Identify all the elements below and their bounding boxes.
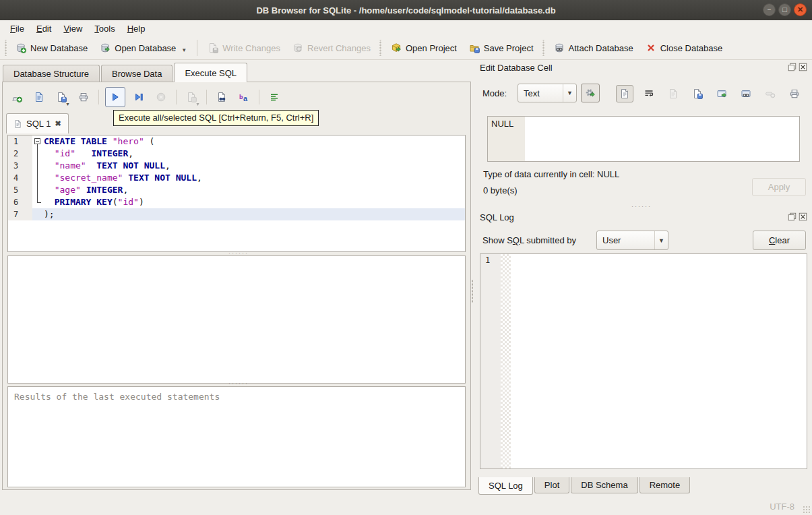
mode-label: Mode: (482, 88, 507, 98)
maximize-button[interactable]: □ (778, 3, 791, 16)
attach-database-button[interactable]: Attach Database (548, 39, 639, 57)
open-database-button[interactable]: Open Database▼ (94, 39, 193, 57)
right-dock: Edit Database Cell Mode: Text ▼ NULL Typ… (473, 60, 812, 497)
editor-line[interactable]: 5 "age" INTEGER, (8, 184, 465, 196)
sql-code-editor[interactable]: 1CREATE TABLE "hero" (2 "id" INTEGER,3 "… (7, 135, 466, 252)
toolbar-handle[interactable] (3, 40, 7, 56)
editor-line[interactable]: 6 PRIMARY KEY("id") (8, 196, 465, 208)
open-database-icon (100, 42, 111, 53)
main-tab-widget: Database StructureBrowse DataExecute SQL… (0, 60, 473, 497)
close-button[interactable]: ✕ (794, 3, 807, 16)
bottom-tab-db-schema[interactable]: DB Schema (571, 477, 637, 493)
code-text: PRIMARY KEY("id") (42, 196, 465, 208)
execute-all-sql-button[interactable] (105, 87, 125, 107)
toolbar-handle[interactable] (542, 40, 546, 56)
fold-line (37, 160, 38, 172)
open-sql-file-button[interactable] (30, 88, 48, 106)
new-sql-tab-icon (11, 92, 22, 102)
fold-margin[interactable] (32, 160, 42, 172)
close-database-button[interactable]: Close Database (639, 39, 729, 57)
float-dock-icon[interactable] (788, 212, 797, 221)
apply-button[interactable]: Apply (752, 178, 806, 196)
fold-margin[interactable] (32, 172, 42, 184)
bottom-tab-sql-log[interactable]: SQL Log (478, 477, 533, 495)
close-sql-tab-icon[interactable]: ✖ (55, 119, 61, 128)
auto-format-sql-button[interactable]: ba (235, 88, 253, 106)
execute-current-line-button[interactable] (130, 88, 148, 106)
editor-line[interactable]: 3 "name" TEXT NOT NULL, (8, 160, 465, 172)
word-wrap-cell-button[interactable] (640, 85, 658, 102)
menu-help[interactable]: Help (121, 22, 152, 36)
tab-browse-data[interactable]: Browse Data (101, 65, 173, 82)
chevron-down-icon[interactable]: ▼ (195, 102, 200, 107)
sql-log-filter-select[interactable]: User ▼ (596, 231, 668, 250)
fold-margin[interactable] (32, 196, 42, 208)
save-sql-file-button[interactable]: ▼ (53, 88, 70, 106)
new-sql-tab-button[interactable] (8, 88, 26, 106)
chevron-down-icon[interactable]: ▼ (65, 102, 70, 107)
new-database-button[interactable]: New Database (9, 39, 94, 57)
window-title: DB Browser for SQLite - /home/user/code/… (256, 5, 555, 16)
bottom-tab-remote[interactable]: Remote (639, 477, 691, 493)
float-dock-icon[interactable] (788, 63, 797, 71)
splitter-dock-sections[interactable]: ······ (628, 206, 655, 208)
sql-log-view[interactable]: 1 (480, 253, 807, 469)
open-project-button[interactable]: Open Project (385, 39, 463, 57)
menu-tools[interactable]: Tools (88, 22, 121, 36)
bottom-tab-plot[interactable]: Plot (534, 477, 569, 493)
revert-changes-icon (292, 42, 303, 53)
resize-grip[interactable] (803, 506, 810, 513)
toolbar-separator (176, 90, 177, 104)
results-message-panel[interactable]: Results of the last executed statements (7, 386, 466, 487)
splitter-editor-results[interactable]: ······ (225, 252, 252, 255)
print-sql-button[interactable] (75, 88, 92, 106)
fold-marker-icon[interactable] (34, 138, 40, 144)
save-project-button[interactable]: Save Project (463, 39, 540, 57)
fold-margin[interactable] (32, 208, 42, 220)
tab-execute-sql[interactable]: Execute SQL (174, 63, 247, 82)
copy-cell-link-button[interactable] (737, 85, 755, 102)
find-in-sql-button[interactable] (213, 88, 230, 106)
toolbar-handle[interactable] (379, 40, 383, 56)
toggle-word-wrap-button[interactable] (266, 88, 283, 106)
clear-log-button[interactable]: Clear (753, 231, 806, 250)
fold-margin[interactable] (32, 184, 42, 196)
set-cell-null-button[interactable] (761, 85, 779, 102)
menu-edit[interactable]: Edit (30, 22, 57, 36)
close-dock-icon[interactable] (799, 212, 807, 221)
stop-execution-button[interactable] (152, 88, 170, 106)
chevron-down-icon[interactable]: ▼ (181, 47, 187, 53)
close-database-label: Close Database (660, 43, 723, 53)
dock-splitter-handle[interactable] (471, 280, 474, 303)
save-results-view-button[interactable]: ▼ (183, 88, 200, 106)
menu-view[interactable]: View (57, 22, 88, 36)
fold-line (37, 172, 38, 184)
print-cell-button[interactable] (786, 85, 803, 102)
editor-line[interactable]: 2 "id" INTEGER, (8, 148, 465, 160)
menu-bar: FileEditViewToolsHelp (0, 20, 812, 36)
write-changes-button[interactable]: Write Changes (201, 39, 286, 57)
export-cell-data-button[interactable] (689, 85, 706, 102)
mode-select[interactable]: Text ▼ (518, 84, 577, 102)
auto-switch-mode-button[interactable] (581, 84, 600, 102)
editor-line[interactable]: 7); (8, 208, 465, 220)
editor-line[interactable]: 4 "secret_name" TEXT NOT NULL, (8, 172, 465, 184)
log-text-area[interactable] (511, 254, 807, 468)
close-dock-icon[interactable] (799, 63, 807, 71)
splitter-results-message[interactable]: ······ (225, 383, 252, 386)
menu-file[interactable]: File (4, 22, 30, 36)
fold-margin[interactable] (32, 135, 42, 148)
open-in-external-app-button[interactable] (713, 85, 730, 102)
cell-editor-area[interactable] (525, 117, 799, 161)
editor-line[interactable]: 1CREATE TABLE "hero" ( (8, 135, 465, 148)
tab-database-structure[interactable]: Database Structure (3, 65, 100, 82)
import-cell-data-button[interactable] (664, 85, 682, 102)
fold-margin[interactable] (32, 148, 42, 160)
sql-document-tab[interactable]: SQL 1 ✖ (6, 113, 69, 133)
cell-value-editor[interactable]: NULL (487, 116, 800, 162)
results-grid[interactable] (7, 255, 466, 384)
minimize-button[interactable]: － (763, 3, 776, 16)
cell-size-info: 0 byte(s) (483, 185, 518, 195)
revert-changes-button[interactable]: Revert Changes (286, 39, 377, 57)
text-mode-button[interactable] (616, 85, 633, 102)
